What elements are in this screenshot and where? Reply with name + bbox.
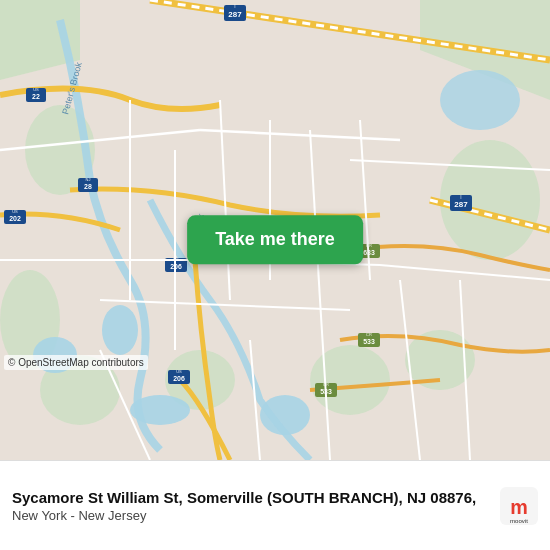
svg-text:533: 533 <box>363 338 375 345</box>
svg-text:206: 206 <box>170 263 182 270</box>
svg-text:I: I <box>234 3 235 9</box>
svg-text:US: US <box>12 209 18 214</box>
svg-text:206: 206 <box>173 375 185 382</box>
location-name: Sycamore St William St, Somerville (SOUT… <box>12 488 490 508</box>
svg-text:US: US <box>176 369 182 374</box>
svg-point-7 <box>310 345 390 415</box>
svg-point-14 <box>440 70 520 130</box>
svg-point-10 <box>102 305 138 355</box>
svg-text:22: 22 <box>32 93 40 100</box>
bottom-info-bar: Sycamore St William St, Somerville (SOUT… <box>0 460 550 550</box>
svg-text:NJ: NJ <box>86 177 91 182</box>
map-attribution: © OpenStreetMap contributors <box>4 355 148 370</box>
svg-text:moovit: moovit <box>510 517 528 524</box>
location-info: Sycamore St William St, Somerville (SOUT… <box>12 488 490 523</box>
map: 287 I 22 US 28 NJ 202 US 206 US 206 US 2… <box>0 0 550 460</box>
moovit-logo: m moovit <box>500 487 538 525</box>
svg-text:CR: CR <box>366 332 372 337</box>
svg-text:28: 28 <box>84 183 92 190</box>
location-subtitle: New York - New Jersey <box>12 508 490 523</box>
svg-text:202: 202 <box>9 215 21 222</box>
svg-text:I: I <box>460 194 461 200</box>
take-me-there-button[interactable]: Take me there <box>187 215 363 264</box>
svg-text:287: 287 <box>228 10 242 19</box>
svg-text:m: m <box>510 496 528 518</box>
svg-text:US: US <box>33 87 39 92</box>
svg-text:287: 287 <box>454 200 468 209</box>
moovit-logo-icon: m moovit <box>500 487 538 525</box>
